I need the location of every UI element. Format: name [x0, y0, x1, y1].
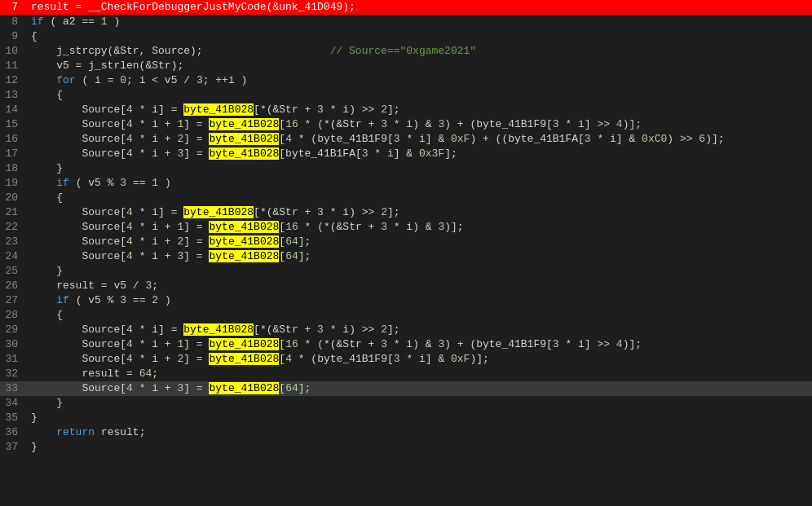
code-token: ] = — [183, 147, 209, 160]
line-number: 37 — [0, 440, 24, 455]
code-token: 3 — [394, 133, 400, 145]
table-row: 11 v5 = j_strlen(&Str); — [0, 59, 812, 73]
code-token: ) — [108, 15, 121, 28]
line-content: if ( a2 == 1 ) — [24, 15, 812, 29]
line-number: 19 — [0, 176, 24, 191]
code-token: ( v5 % — [69, 177, 120, 189]
code-token: byte_41B028 — [209, 118, 279, 130]
code-token: * i) & — [387, 118, 438, 130]
line-number: 25 — [0, 264, 24, 279]
code-token: [*(&Str + — [254, 323, 317, 336]
code-token: * i + — [133, 235, 178, 248]
line-number: 13 — [0, 88, 24, 103]
line-number: 35 — [0, 411, 24, 425]
line-number: 23 — [0, 235, 24, 249]
code-token: [ — [279, 221, 285, 233]
table-row: 33 Source[4 * i + 3] = byte_41B028[64]; — [0, 381, 812, 396]
code-token: * i] = — [133, 103, 183, 116]
code-token: )]; — [444, 221, 463, 233]
code-token: Source[ — [31, 103, 126, 116]
code-token: [*(&Str + — [254, 103, 317, 116]
code-token: } — [31, 411, 38, 424]
code-token: [ — [279, 382, 285, 394]
table-row: 7result = __CheckForDebuggerJustMyCode(&… — [0, 0, 812, 15]
code-token: ) — [158, 294, 171, 306]
code-token: ) — [158, 177, 171, 189]
line-content: Source[4 * i + 3] = byte_41B028[64]; — [24, 249, 812, 264]
line-content: if ( v5 % 3 == 1 ) — [24, 176, 812, 191]
table-row: 10 j_strcpy(&Str, Source); // Source=="0… — [0, 44, 812, 59]
code-token: ]; — [298, 250, 311, 262]
table-row: 22 Source[4 * i + 1] = byte_41B028[16 * … — [0, 220, 812, 235]
code-token: byte_41B028 — [183, 206, 254, 218]
code-token: result = v5 / — [31, 279, 145, 292]
line-content: } — [24, 264, 812, 279]
code-token: * i + — [133, 147, 178, 160]
code-token: * i + — [133, 221, 178, 233]
code-token: 2 — [381, 103, 387, 116]
code-token: byte_41B028 — [209, 133, 279, 145]
code-token: 4 — [126, 382, 133, 394]
code-token: Source[ — [31, 250, 126, 262]
line-content: Source[4 * i + 1] = byte_41B028[16 * (*(… — [24, 220, 812, 235]
line-content: j_strcpy(&Str, Source); // Source=="0xga… — [24, 44, 812, 59]
code-token: 0xF — [451, 133, 470, 145]
code-token: )]; — [623, 118, 642, 130]
line-content: Source[4 * i] = byte_41B028[*(&Str + 3 *… — [24, 205, 812, 220]
code-token: * (*(&Str + — [298, 221, 381, 233]
code-token: 4 — [126, 118, 133, 130]
table-row: 9{ — [0, 29, 812, 44]
code-token: byte_41B028 — [209, 338, 279, 350]
table-row: 19 if ( v5 % 3 == 1 ) — [0, 176, 812, 191]
table-row: 27 if ( v5 % 3 == 2 ) — [0, 293, 812, 308]
code-token: * i + — [133, 250, 178, 262]
code-token: for — [56, 74, 75, 86]
code-token: == — [126, 177, 152, 189]
code-token: { — [31, 30, 38, 42]
code-token: ( a2 == — [44, 15, 101, 28]
table-row: 29 Source[4 * i] = byte_41B028[*(&Str + … — [0, 323, 812, 337]
code-token: byte_41B028 — [209, 382, 279, 394]
code-token: byte_41B028 — [183, 323, 254, 336]
line-content: result = 64; — [24, 367, 812, 381]
code-token: 4 — [126, 133, 133, 145]
code-token: 64 — [285, 235, 298, 248]
code-token: * i] & — [368, 147, 419, 160]
line-content: { — [24, 88, 812, 103]
code-token: ( i = — [76, 74, 121, 86]
code-token: 0xF — [451, 353, 470, 365]
code-token — [31, 294, 56, 306]
code-token: 4 — [285, 353, 292, 365]
table-row: 25 } — [0, 264, 812, 279]
code-token: 64 — [285, 250, 298, 262]
line-content: { — [24, 191, 812, 205]
code-token: 4 — [126, 250, 133, 262]
code-token: ) >> — [667, 133, 699, 145]
code-token: if — [31, 15, 44, 28]
line-number: 11 — [0, 59, 24, 73]
code-token: 4 — [126, 235, 133, 248]
line-number: 9 — [0, 29, 24, 44]
line-content: Source[4 * i + 2] = byte_41B028[64]; — [24, 235, 812, 249]
code-token: if — [56, 177, 69, 189]
code-token: 3 — [553, 338, 559, 350]
table-row: 37} — [0, 440, 812, 455]
code-token: ] = — [183, 118, 209, 130]
code-token: ]; — [444, 147, 457, 160]
code-token: 2 — [381, 323, 387, 336]
code-token: Source[ — [31, 221, 126, 233]
line-content: Source[4 * i] = byte_41B028[*(&Str + 3 *… — [24, 323, 812, 337]
table-row: 32 result = 64; — [0, 367, 812, 381]
code-token: ] = — [183, 353, 209, 365]
code-token: j_strcpy(&Str, Source); — [31, 45, 203, 57]
code-token: * (byte_41B1F9[ — [292, 133, 394, 145]
table-row: 30 Source[4 * i + 1] = byte_41B028[16 * … — [0, 337, 812, 352]
table-row: 26 result = v5 / 3; — [0, 279, 812, 293]
line-content: } — [24, 411, 812, 425]
code-token: 3 — [120, 294, 126, 306]
code-token: [ — [279, 133, 285, 145]
table-row: 17 Source[4 * i + 3] = byte_41B028[byte_… — [0, 147, 812, 161]
code-token: if — [56, 294, 69, 306]
code-token: [ — [279, 250, 285, 262]
line-number: 15 — [0, 117, 24, 132]
